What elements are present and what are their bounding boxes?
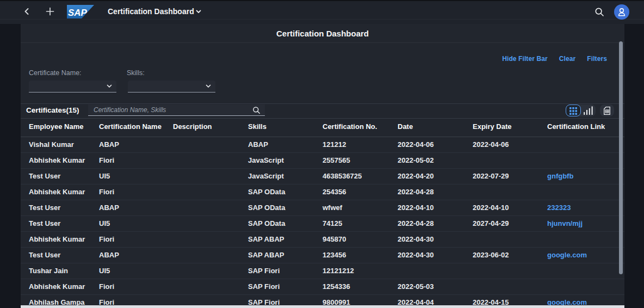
svg-text:SAP: SAP (68, 8, 88, 18)
